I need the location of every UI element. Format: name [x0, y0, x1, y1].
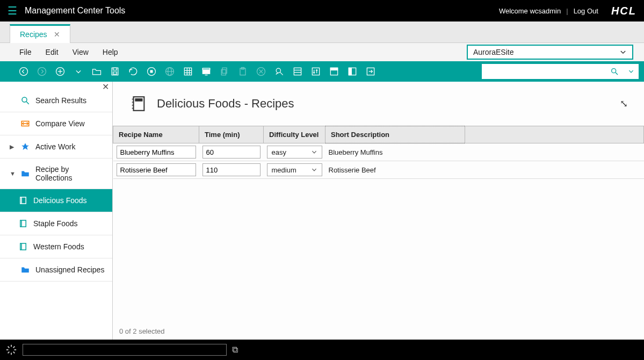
grid-button[interactable] [180, 64, 196, 79]
command-input[interactable] [23, 344, 227, 356]
bottom-bar: ⧉ [0, 340, 644, 360]
globe-button[interactable] [162, 64, 177, 79]
sidebar-item-label: Active Work [35, 142, 75, 151]
sidebar-item-search-results[interactable]: Search Results [0, 89, 112, 112]
save-button[interactable] [107, 64, 122, 79]
copy-button[interactable] [217, 64, 232, 79]
svg-line-65 [8, 347, 10, 348]
expand-icon[interactable]: ⤡ [620, 98, 628, 110]
paste-button[interactable] [235, 64, 250, 79]
search-icon [20, 96, 30, 105]
content-header: Delicious Foods - Recipes ⤡ [113, 82, 644, 126]
recipe-name-input[interactable] [117, 146, 196, 159]
back-button[interactable] [16, 64, 31, 79]
sort-button[interactable] [308, 64, 323, 79]
svg-rect-9 [150, 70, 153, 73]
recipe-difficulty-select[interactable]: medium [267, 163, 322, 176]
recipes-table: Recipe Name Time (min) Difficulty Level … [113, 126, 644, 179]
recipe-desc: Rotisserie Beef [329, 166, 376, 174]
sidebar-item-compare-view[interactable]: Compare View [0, 112, 112, 135]
welcome-text: Welcome wcsadmin [499, 7, 561, 15]
store-selector[interactable]: AuroraESite [467, 45, 633, 60]
tab-strip: Recipes ✕ [0, 21, 644, 43]
recipe-time-input[interactable] [202, 163, 261, 176]
svg-rect-56 [135, 98, 142, 102]
open-button[interactable] [89, 64, 104, 79]
chevron-down-icon [619, 48, 627, 56]
find-replace-button[interactable] [272, 64, 287, 79]
search-input[interactable] [482, 64, 605, 79]
select-value: medium [272, 166, 296, 174]
col-header-description[interactable]: Short Description [325, 126, 465, 143]
notebook-icon [129, 95, 147, 113]
hamburger-icon[interactable]: ☰ [8, 4, 17, 17]
export-button[interactable] [363, 64, 378, 79]
columns-button[interactable] [290, 64, 305, 79]
svg-point-28 [276, 68, 280, 73]
compare-icon [20, 119, 30, 128]
svg-rect-37 [330, 68, 337, 70]
app-title: Management Center Tools [25, 6, 125, 16]
stop-button[interactable] [144, 64, 159, 79]
svg-rect-39 [349, 68, 351, 75]
sidebar-item-label: Western Foods [33, 242, 84, 251]
menu-help[interactable]: Help [103, 48, 118, 56]
sidebar-item-unassigned-recipes[interactable]: Unassigned Recipes [0, 258, 112, 282]
table-row[interactable]: medium Rotisserie Beef [113, 161, 644, 179]
sidebar-item-label: Recipe by Collections [35, 165, 107, 182]
svg-marker-48 [21, 143, 29, 150]
collection-icon [18, 219, 28, 228]
forward-button[interactable] [34, 64, 49, 79]
new-button[interactable] [53, 64, 68, 79]
col-header-time[interactable]: Time (min) [199, 126, 264, 143]
new-dropdown-icon[interactable] [71, 64, 86, 79]
recipe-desc: Blueberry Muffins [329, 148, 383, 156]
sidebar-item-delicious-foods[interactable]: Delicious Foods [0, 189, 112, 212]
close-icon[interactable]: ✕ [54, 30, 60, 39]
sidebar-item-western-foods[interactable]: Western Foods [0, 235, 112, 258]
recipe-name-input[interactable] [117, 163, 196, 176]
sidebar-item-recipe-by-collections[interactable]: ▼ Recipe by Collections [0, 159, 112, 189]
chevron-down-icon [311, 167, 317, 173]
refresh-button[interactable] [126, 64, 141, 79]
chevron-right-icon: ▶ [10, 143, 15, 150]
sidebar-item-label: Compare View [35, 119, 85, 128]
recipe-time-input[interactable] [202, 146, 261, 159]
menu-edit[interactable]: Edit [46, 48, 59, 56]
search-options-button[interactable] [624, 64, 639, 79]
tab-recipes[interactable]: Recipes ✕ [10, 24, 70, 43]
menu-file[interactable]: File [19, 48, 32, 56]
store-selected: AuroraESite [473, 48, 513, 56]
close-icon[interactable]: ✕ [102, 82, 109, 92]
svg-point-42 [611, 69, 616, 73]
chevron-down-icon: ▼ [10, 170, 15, 177]
svg-point-44 [22, 97, 27, 102]
recipe-difficulty-select[interactable]: easy [267, 146, 322, 159]
col-header-difficulty[interactable]: Difficulty Level [264, 126, 325, 143]
chevron-down-icon [628, 68, 634, 75]
menu-view[interactable]: View [73, 48, 89, 56]
search-button[interactable] [605, 64, 624, 79]
sidebar-item-label: Unassigned Recipes [35, 265, 104, 274]
delete-button[interactable] [254, 64, 269, 79]
preview-button[interactable] [199, 64, 214, 79]
hcl-logo: HCL [611, 5, 636, 17]
svg-rect-30 [294, 68, 301, 75]
tab-label: Recipes [20, 30, 47, 39]
select-value: easy [272, 148, 286, 156]
col-header-name[interactable]: Recipe Name [113, 126, 199, 143]
svg-line-29 [280, 73, 283, 75]
svg-line-67 [8, 352, 10, 354]
svg-rect-33 [312, 68, 319, 75]
table-row[interactable]: easy Blueberry Muffins [113, 143, 644, 161]
popout-icon[interactable]: ⧉ [232, 345, 238, 355]
toolbar [0, 61, 644, 82]
layout-top-button[interactable] [327, 64, 342, 79]
sidebar-item-staple-foods[interactable]: Staple Foods [0, 212, 112, 235]
logout-link[interactable]: Log Out [574, 7, 598, 15]
sidebar-item-active-work[interactable]: ▶ Active Work [0, 135, 112, 159]
selection-status: 0 of 2 selected [113, 323, 644, 340]
busy-icon [5, 344, 17, 356]
layout-side-button[interactable] [345, 64, 360, 79]
sidebar-item-label: Staple Foods [33, 219, 78, 228]
